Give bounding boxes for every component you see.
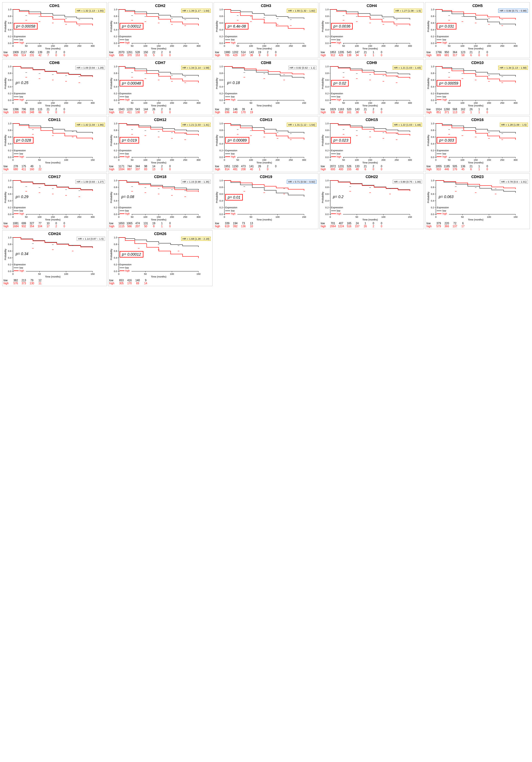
- svg-text:0.8: 0.8: [325, 15, 329, 18]
- data-cell: 1951: [223, 165, 231, 168]
- svg-text:Probability: Probability: [110, 21, 113, 32]
- svg-text:0: 0: [224, 102, 225, 104]
- chart-title: CDH5: [427, 4, 528, 8]
- svg-text:100: 100: [249, 159, 253, 161]
- svg-text:300: 300: [514, 102, 518, 104]
- chart-CDH12: CDH12 HR = 1.21 (1.03 – 1.41) 0501001502…: [108, 116, 213, 172]
- svg-text:200: 200: [275, 159, 280, 161]
- svg-text:100: 100: [381, 216, 385, 218]
- data-cell: 528: [134, 51, 142, 54]
- data-row-high: high 69340015548600: [321, 168, 423, 171]
- pvalue-box: p= 0.023: [331, 137, 351, 143]
- data-cell: 157: [353, 225, 361, 228]
- svg-text:Time (months): Time (months): [362, 47, 378, 50]
- chart-title: CDH9: [321, 60, 423, 65]
- svg-text:0: 0: [224, 44, 225, 47]
- data-cell: 468: [337, 111, 345, 114]
- data-cell: [272, 222, 280, 225]
- data-cell: 153: [134, 54, 142, 57]
- svg-text:Probability: Probability: [427, 191, 430, 203]
- svg-text:250: 250: [183, 216, 187, 218]
- svg-text:300: 300: [408, 102, 412, 104]
- svg-text:300: 300: [196, 216, 200, 218]
- data-cell: 26: [150, 108, 158, 111]
- data-cell: 2117: [20, 51, 28, 54]
- svg-text:0: 0: [12, 273, 14, 275]
- svg-text:50: 50: [356, 216, 358, 218]
- svg-text:0.6: 0.6: [220, 193, 223, 195]
- data-cell: 42: [36, 54, 44, 57]
- svg-text:0.0: 0.0: [325, 156, 329, 159]
- svg-text:100: 100: [249, 44, 253, 47]
- hr-badge: HR = 1.27 (1.08 – 1.5): [394, 9, 422, 13]
- chart-CDH24: CDH24 HR = 1.14 (0.87 – 1.5) 050100150 0…: [2, 230, 107, 286]
- data-cell: 0: [377, 225, 386, 228]
- svg-text:300: 300: [514, 44, 518, 47]
- svg-text:50: 50: [25, 102, 28, 104]
- svg-text:Probability: Probability: [4, 21, 7, 32]
- data-row-high: high 93646816138600: [321, 111, 423, 114]
- data-cell: 8: [150, 225, 158, 228]
- svg-text:0.4: 0.4: [220, 199, 223, 202]
- data-cell: 0: [166, 111, 174, 114]
- svg-text:100: 100: [143, 44, 147, 47]
- svg-text:1.0: 1.0: [431, 65, 434, 68]
- chart-title: CDH23: [427, 175, 528, 179]
- svg-text:150: 150: [368, 159, 372, 161]
- chart-CDH10: CDH10 HR = 1.34 (1.13 – 1.58) 0501001502…: [425, 59, 530, 115]
- svg-text:0.0: 0.0: [114, 213, 117, 216]
- svg-text:300: 300: [196, 159, 200, 161]
- data-cell: 2: [158, 165, 166, 168]
- svg-text:100: 100: [460, 159, 464, 161]
- data-cell: 1914: [434, 108, 442, 111]
- data-cell: 14: [150, 165, 158, 168]
- svg-text:0: 0: [329, 102, 331, 104]
- data-cell: 208: [239, 168, 247, 171]
- chart-title: CDH7: [109, 60, 212, 65]
- svg-text:0: 0: [329, 44, 331, 47]
- chart-CDH2: CDH2 HR = 1.39 (1.17 – 1.64) 05010015020…: [108, 2, 213, 58]
- data-cell: 26: [255, 165, 264, 168]
- data-cell: [467, 222, 475, 225]
- svg-text:Time (months): Time (months): [468, 218, 484, 221]
- data-row-high: high 78542916738800: [215, 54, 317, 57]
- chart-CDH5: CDH5 HR = 0.84 (0.71 – 0.98) 05010015020…: [425, 2, 530, 58]
- data-cell: [44, 279, 52, 282]
- svg-text:50: 50: [461, 216, 464, 218]
- hr-badge: HR = 1.34 (1.14 – 1.58): [181, 66, 211, 70]
- data-cell: 155: [345, 168, 353, 171]
- svg-text:0.4: 0.4: [114, 142, 117, 145]
- data-cell: 77: [36, 222, 44, 225]
- svg-text:0.2: 0.2: [114, 206, 117, 209]
- svg-text:0.4: 0.4: [220, 142, 223, 145]
- data-cell: 1909: [12, 51, 20, 54]
- svg-text:50: 50: [448, 44, 451, 47]
- svg-text:150: 150: [474, 44, 478, 47]
- chart-title: CDH10: [427, 60, 528, 65]
- svg-text:300: 300: [91, 44, 95, 47]
- chart-CDH11: CDH11 HR = 1.42 (1.04 – 1.96) 050100150 …: [2, 116, 107, 172]
- data-cell: 0: [272, 54, 280, 57]
- hr-badge: HR = 1.14 (0.87 – 1.5): [77, 237, 105, 241]
- svg-text:0.4: 0.4: [8, 85, 11, 88]
- svg-text:50: 50: [342, 159, 345, 161]
- hr-badge: HR = 1.32 (1.13 – 1.55): [75, 9, 105, 13]
- data-cell: 137: [451, 225, 459, 228]
- data-cell: 26: [361, 225, 369, 228]
- legend: Expression low high: [225, 149, 237, 158]
- svg-text:1.0: 1.0: [114, 65, 117, 68]
- chart-title: CDH3: [215, 4, 317, 8]
- data-cell: 38: [247, 54, 255, 57]
- data-cell: 0: [52, 111, 60, 114]
- svg-text:250: 250: [183, 44, 187, 47]
- data-cell: 337: [134, 168, 142, 171]
- data-cell: 305: [117, 282, 126, 285]
- svg-text:200: 200: [64, 102, 68, 104]
- chart-title: CDH16: [427, 117, 528, 122]
- svg-text:150: 150: [157, 159, 161, 161]
- data-cell: [475, 225, 483, 228]
- data-cell: 339: [223, 222, 231, 225]
- chart-title: CDH8: [215, 60, 317, 65]
- data-row-low: low 3391947313: [215, 222, 317, 225]
- data-row-low: low 190921174501392020: [4, 51, 105, 54]
